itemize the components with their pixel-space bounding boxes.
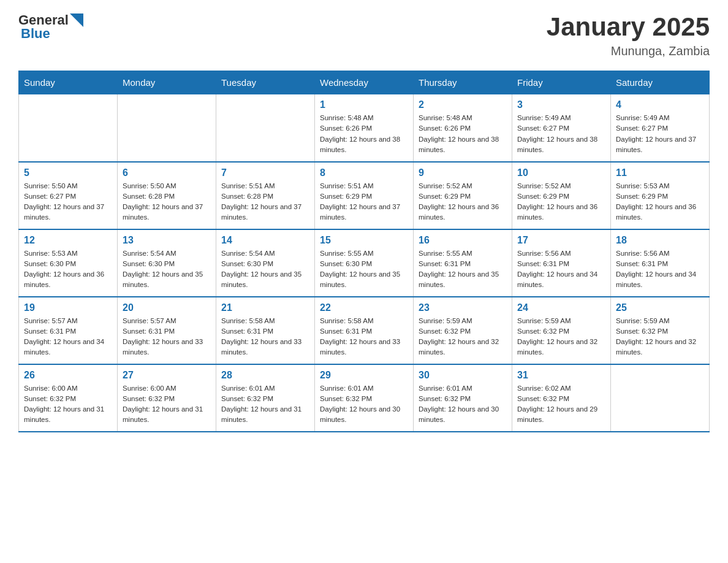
day-cell: 18Sunrise: 5:56 AM Sunset: 6:31 PM Dayli…	[611, 229, 710, 297]
day-info: Sunrise: 5:51 AM Sunset: 6:29 PM Dayligh…	[320, 181, 408, 223]
day-info: Sunrise: 5:57 AM Sunset: 6:31 PM Dayligh…	[123, 316, 211, 358]
week-row-2: 5Sunrise: 5:50 AM Sunset: 6:27 PM Daylig…	[19, 162, 710, 229]
day-number: 27	[123, 370, 211, 381]
day-number: 31	[517, 370, 605, 381]
page-header: General Blue January 2025 Mununga, Zambi…	[18, 12, 710, 58]
day-info: Sunrise: 5:52 AM Sunset: 6:29 PM Dayligh…	[517, 181, 605, 223]
day-info: Sunrise: 5:53 AM Sunset: 6:29 PM Dayligh…	[616, 181, 704, 223]
day-number: 4	[616, 99, 704, 110]
day-cell: 19Sunrise: 5:57 AM Sunset: 6:31 PM Dayli…	[19, 297, 118, 364]
day-cell: 31Sunrise: 6:02 AM Sunset: 6:32 PM Dayli…	[512, 364, 611, 432]
day-cell: 15Sunrise: 5:55 AM Sunset: 6:30 PM Dayli…	[315, 229, 414, 297]
header-wednesday: Wednesday	[315, 71, 414, 94]
day-info: Sunrise: 5:48 AM Sunset: 6:26 PM Dayligh…	[320, 113, 408, 155]
day-cell: 12Sunrise: 5:53 AM Sunset: 6:30 PM Dayli…	[19, 229, 118, 297]
day-cell: 1Sunrise: 5:48 AM Sunset: 6:26 PM Daylig…	[315, 94, 414, 162]
week-row-5: 26Sunrise: 6:00 AM Sunset: 6:32 PM Dayli…	[19, 364, 710, 432]
day-number: 16	[419, 235, 507, 246]
day-number: 9	[419, 167, 507, 178]
calendar-title: January 2025	[547, 12, 710, 42]
day-number: 30	[419, 370, 507, 381]
day-cell: 14Sunrise: 5:54 AM Sunset: 6:30 PM Dayli…	[216, 229, 315, 297]
day-number: 12	[24, 235, 112, 246]
day-info: Sunrise: 5:50 AM Sunset: 6:28 PM Dayligh…	[123, 181, 211, 223]
logo-triangle-icon	[70, 13, 83, 27]
header-saturday: Saturday	[611, 71, 710, 94]
calendar-table: SundayMondayTuesdayWednesdayThursdayFrid…	[18, 71, 710, 432]
day-number: 22	[320, 302, 408, 313]
day-info: Sunrise: 6:01 AM Sunset: 6:32 PM Dayligh…	[221, 383, 309, 426]
day-cell: 9Sunrise: 5:52 AM Sunset: 6:29 PM Daylig…	[414, 162, 512, 229]
day-cell: 21Sunrise: 5:58 AM Sunset: 6:31 PM Dayli…	[216, 297, 315, 364]
day-cell: 13Sunrise: 5:54 AM Sunset: 6:30 PM Dayli…	[118, 229, 216, 297]
header-monday: Monday	[118, 71, 216, 94]
day-number: 25	[616, 302, 704, 313]
day-cell: 5Sunrise: 5:50 AM Sunset: 6:27 PM Daylig…	[19, 162, 118, 229]
day-number: 6	[123, 167, 211, 178]
day-cell: 22Sunrise: 5:58 AM Sunset: 6:31 PM Dayli…	[315, 297, 414, 364]
header-tuesday: Tuesday	[216, 71, 315, 94]
day-cell: 2Sunrise: 5:48 AM Sunset: 6:26 PM Daylig…	[414, 94, 512, 162]
day-number: 11	[616, 167, 704, 178]
day-info: Sunrise: 5:56 AM Sunset: 6:31 PM Dayligh…	[517, 248, 605, 291]
day-info: Sunrise: 5:59 AM Sunset: 6:32 PM Dayligh…	[616, 316, 704, 358]
day-info: Sunrise: 5:53 AM Sunset: 6:30 PM Dayligh…	[24, 248, 112, 291]
day-info: Sunrise: 5:52 AM Sunset: 6:29 PM Dayligh…	[419, 181, 507, 223]
day-cell: 17Sunrise: 5:56 AM Sunset: 6:31 PM Dayli…	[512, 229, 611, 297]
day-cell	[118, 94, 216, 162]
calendar-subtitle: Mununga, Zambia	[547, 44, 710, 58]
day-info: Sunrise: 5:55 AM Sunset: 6:31 PM Dayligh…	[419, 248, 507, 291]
day-number: 28	[221, 370, 309, 381]
week-row-3: 12Sunrise: 5:53 AM Sunset: 6:30 PM Dayli…	[19, 229, 710, 297]
day-number: 3	[517, 99, 605, 110]
calendar-header-row: SundayMondayTuesdayWednesdayThursdayFrid…	[19, 71, 710, 94]
day-cell: 30Sunrise: 6:01 AM Sunset: 6:32 PM Dayli…	[414, 364, 512, 432]
day-cell: 28Sunrise: 6:01 AM Sunset: 6:32 PM Dayli…	[216, 364, 315, 432]
day-number: 21	[221, 302, 309, 313]
header-thursday: Thursday	[414, 71, 512, 94]
day-number: 15	[320, 235, 408, 246]
day-info: Sunrise: 5:51 AM Sunset: 6:28 PM Dayligh…	[221, 181, 309, 223]
day-cell: 29Sunrise: 6:01 AM Sunset: 6:32 PM Dayli…	[315, 364, 414, 432]
day-info: Sunrise: 5:59 AM Sunset: 6:32 PM Dayligh…	[419, 316, 507, 358]
title-area: January 2025 Mununga, Zambia	[547, 12, 710, 58]
day-info: Sunrise: 5:58 AM Sunset: 6:31 PM Dayligh…	[320, 316, 408, 358]
day-number: 8	[320, 167, 408, 178]
day-cell: 8Sunrise: 5:51 AM Sunset: 6:29 PM Daylig…	[315, 162, 414, 229]
day-info: Sunrise: 6:00 AM Sunset: 6:32 PM Dayligh…	[24, 383, 112, 426]
day-cell: 23Sunrise: 5:59 AM Sunset: 6:32 PM Dayli…	[414, 297, 512, 364]
day-info: Sunrise: 5:59 AM Sunset: 6:32 PM Dayligh…	[517, 316, 605, 358]
day-info: Sunrise: 5:49 AM Sunset: 6:27 PM Dayligh…	[616, 113, 704, 155]
day-cell: 4Sunrise: 5:49 AM Sunset: 6:27 PM Daylig…	[611, 94, 710, 162]
day-number: 7	[221, 167, 309, 178]
day-cell: 25Sunrise: 5:59 AM Sunset: 6:32 PM Dayli…	[611, 297, 710, 364]
day-info: Sunrise: 5:49 AM Sunset: 6:27 PM Dayligh…	[517, 113, 605, 155]
day-info: Sunrise: 5:57 AM Sunset: 6:31 PM Dayligh…	[24, 316, 112, 358]
day-cell: 16Sunrise: 5:55 AM Sunset: 6:31 PM Dayli…	[414, 229, 512, 297]
day-number: 29	[320, 370, 408, 381]
day-number: 26	[24, 370, 112, 381]
day-cell: 24Sunrise: 5:59 AM Sunset: 6:32 PM Dayli…	[512, 297, 611, 364]
day-cell: 26Sunrise: 6:00 AM Sunset: 6:32 PM Dayli…	[19, 364, 118, 432]
day-number: 19	[24, 302, 112, 313]
day-info: Sunrise: 5:56 AM Sunset: 6:31 PM Dayligh…	[616, 248, 704, 291]
day-info: Sunrise: 6:02 AM Sunset: 6:32 PM Dayligh…	[517, 383, 605, 426]
day-number: 20	[123, 302, 211, 313]
day-number: 24	[517, 302, 605, 313]
day-number: 18	[616, 235, 704, 246]
day-info: Sunrise: 5:48 AM Sunset: 6:26 PM Dayligh…	[419, 113, 507, 155]
day-number: 5	[24, 167, 112, 178]
day-info: Sunrise: 6:01 AM Sunset: 6:32 PM Dayligh…	[320, 383, 408, 426]
logo: General Blue	[18, 12, 83, 42]
logo-blue-text: Blue	[21, 26, 50, 42]
day-number: 1	[320, 99, 408, 110]
header-friday: Friday	[512, 71, 611, 94]
day-info: Sunrise: 6:00 AM Sunset: 6:32 PM Dayligh…	[123, 383, 211, 426]
day-info: Sunrise: 5:50 AM Sunset: 6:27 PM Dayligh…	[24, 181, 112, 223]
day-number: 14	[221, 235, 309, 246]
day-cell: 6Sunrise: 5:50 AM Sunset: 6:28 PM Daylig…	[118, 162, 216, 229]
day-info: Sunrise: 5:58 AM Sunset: 6:31 PM Dayligh…	[221, 316, 309, 358]
day-cell: 20Sunrise: 5:57 AM Sunset: 6:31 PM Dayli…	[118, 297, 216, 364]
week-row-4: 19Sunrise: 5:57 AM Sunset: 6:31 PM Dayli…	[19, 297, 710, 364]
day-info: Sunrise: 6:01 AM Sunset: 6:32 PM Dayligh…	[419, 383, 507, 426]
